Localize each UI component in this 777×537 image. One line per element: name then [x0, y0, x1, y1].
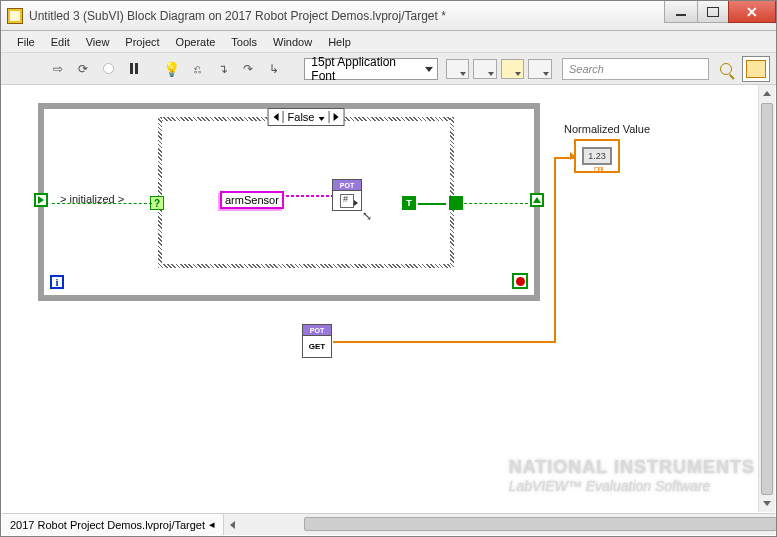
- menu-operate[interactable]: Operate: [176, 36, 216, 48]
- horizontal-scroll-thumb[interactable]: [304, 517, 777, 531]
- case-prev-button[interactable]: [269, 109, 283, 125]
- step-into-button[interactable]: ↴: [212, 58, 234, 80]
- wire-true-const: [418, 203, 446, 205]
- watermark-line1: NATIONAL INSTRUMENTS: [509, 457, 755, 478]
- pot-get-node[interactable]: POT GET: [302, 324, 332, 358]
- shift-register-left[interactable]: [34, 193, 48, 207]
- indicator-direction-icon: [570, 152, 575, 160]
- status-bar: 2017 Robot Project Demos.lvproj/Target ◂…: [2, 513, 775, 535]
- run-button[interactable]: ⇨: [47, 58, 69, 80]
- search-button[interactable]: [713, 63, 738, 75]
- refnum-constant[interactable]: armSensor: [220, 191, 284, 209]
- wire-orange-h1: [333, 341, 555, 343]
- indicator-label: Normalized Value: [564, 123, 650, 135]
- menu-help[interactable]: Help: [328, 36, 351, 48]
- pause-button[interactable]: [124, 58, 146, 80]
- menu-project[interactable]: Project: [125, 36, 159, 48]
- loop-condition-terminal[interactable]: [512, 273, 528, 289]
- shift-register-right[interactable]: [530, 193, 544, 207]
- case-next-button[interactable]: [329, 109, 343, 125]
- menu-window[interactable]: Window: [273, 36, 312, 48]
- search-input[interactable]: Search: [562, 58, 709, 80]
- refnum-label: armSensor: [225, 194, 279, 206]
- vi-icon[interactable]: [742, 56, 770, 82]
- horizontal-scrollbar[interactable]: [224, 514, 758, 535]
- run-continuous-button[interactable]: ⟳: [73, 58, 95, 80]
- align-dropdown[interactable]: [446, 59, 470, 79]
- minimize-button[interactable]: [664, 1, 698, 23]
- wire-case-to-shiftreg: [454, 203, 528, 204]
- step-over-button[interactable]: ↷: [237, 58, 259, 80]
- iteration-terminal[interactable]: i: [50, 275, 64, 289]
- pot-get-body: GET: [303, 336, 331, 356]
- scroll-up-button[interactable]: [759, 85, 775, 102]
- cursor-icon: ⤡: [362, 209, 372, 223]
- while-loop[interactable]: > initialized > False ? armSensor: [38, 103, 540, 301]
- app-icon: [7, 8, 23, 24]
- maximize-button[interactable]: [697, 1, 729, 23]
- wire-orange-h2: [554, 157, 574, 159]
- pot-body-icon: [340, 194, 354, 208]
- vertical-scrollbar[interactable]: [758, 85, 775, 512]
- highlight-exec-button[interactable]: 💡: [161, 58, 183, 80]
- distribute-dropdown[interactable]: [473, 59, 497, 79]
- indicator-value: 1.23: [582, 147, 612, 165]
- pot-vi-node[interactable]: POT: [332, 179, 362, 211]
- scroll-down-button[interactable]: [759, 495, 775, 512]
- cleanup-dropdown[interactable]: [528, 59, 552, 79]
- wire-orange-v1: [554, 157, 556, 343]
- context-arrow-icon: ◂: [209, 518, 215, 531]
- toolbar: ⇨ ⟳ 💡 ⎌ ↴ ↷ ↳ 15pt Application Font Sear…: [1, 53, 776, 85]
- search-placeholder: Search: [569, 63, 604, 75]
- case-selector-terminal[interactable]: ?: [150, 196, 164, 210]
- font-selector[interactable]: 15pt Application Font: [304, 58, 438, 80]
- watermark: NATIONAL INSTRUMENTS LabVIEW™ Evaluation…: [509, 457, 755, 494]
- retain-wire-button[interactable]: ⎌: [186, 58, 208, 80]
- true-constant[interactable]: T: [402, 196, 416, 210]
- numeric-indicator[interactable]: 1.23 DBL: [574, 139, 620, 173]
- case-dropdown-icon[interactable]: [318, 111, 324, 123]
- step-out-button[interactable]: ↳: [263, 58, 285, 80]
- pot-header: POT: [333, 180, 361, 191]
- block-diagram-canvas[interactable]: > initialized > False ? armSensor: [2, 85, 775, 512]
- close-button[interactable]: ✕: [728, 1, 776, 23]
- reorder-dropdown[interactable]: [501, 59, 525, 79]
- case-structure[interactable]: False ? armSensor POT ⤡ T: [158, 117, 454, 268]
- menu-bar: File Edit View Project Operate Tools Win…: [1, 31, 776, 53]
- menu-file[interactable]: File: [17, 36, 35, 48]
- context-cell[interactable]: 2017 Robot Project Demos.lvproj/Target ◂: [2, 514, 224, 535]
- menu-view[interactable]: View: [86, 36, 110, 48]
- wire-refnum-to-pot: [286, 195, 332, 197]
- watermark-line2: LabVIEW™ Evaluation Software: [509, 478, 755, 494]
- case-value: False: [288, 111, 315, 123]
- window-title: Untitled 3 (SubVI) Block Diagram on 2017…: [29, 9, 446, 23]
- window-titlebar: Untitled 3 (SubVI) Block Diagram on 2017…: [1, 1, 776, 31]
- context-text: 2017 Robot Project Demos.lvproj/Target: [10, 519, 205, 531]
- case-selector[interactable]: False: [268, 108, 345, 126]
- menu-tools[interactable]: Tools: [231, 36, 257, 48]
- pot-get-header: POT: [303, 325, 331, 336]
- abort-button[interactable]: [98, 58, 120, 80]
- menu-edit[interactable]: Edit: [51, 36, 70, 48]
- scroll-left-button[interactable]: [224, 514, 241, 535]
- indicator-type: DBL: [594, 166, 605, 173]
- wire-shiftreg-to-case: [52, 203, 152, 204]
- vertical-scroll-thumb[interactable]: [761, 103, 773, 495]
